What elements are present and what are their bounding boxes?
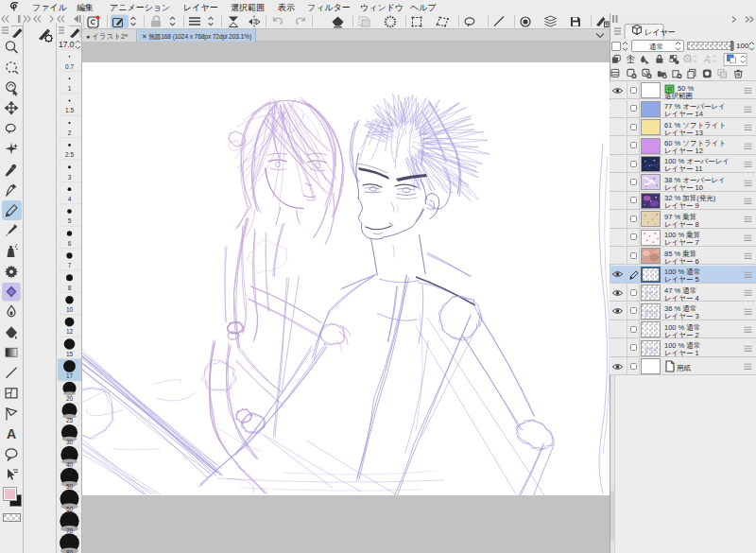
svg-text:70: 70 <box>66 527 74 534</box>
svg-text:40: 40 <box>66 461 74 468</box>
svg-text:3: 3 <box>68 174 72 181</box>
svg-text:25: 25 <box>66 417 74 423</box>
svg-text:2.5: 2.5 <box>65 151 74 158</box>
svg-text:30: 30 <box>66 439 74 445</box>
svg-text:7: 7 <box>68 262 72 268</box>
svg-text:1.5: 1.5 <box>65 107 74 113</box>
svg-text:0.7: 0.7 <box>65 63 74 70</box>
svg-text:15: 15 <box>66 351 74 357</box>
svg-text:17: 17 <box>66 372 74 379</box>
svg-text:12: 12 <box>66 328 74 335</box>
svg-text:5: 5 <box>68 217 72 224</box>
svg-text:80: 80 <box>66 549 74 553</box>
svg-text:60: 60 <box>66 506 74 512</box>
svg-text:50: 50 <box>66 483 74 490</box>
svg-text:10: 10 <box>66 306 74 313</box>
svg-text:20: 20 <box>66 395 74 402</box>
svg-text:4: 4 <box>68 196 72 202</box>
svg-text:1: 1 <box>68 85 72 92</box>
svg-text:レイヤー: レイヤー <box>644 28 676 37</box>
svg-text:2: 2 <box>68 130 72 136</box>
svg-text:8: 8 <box>68 285 72 291</box>
svg-text:6: 6 <box>68 240 72 247</box>
svg-text:A: A <box>7 426 16 441</box>
